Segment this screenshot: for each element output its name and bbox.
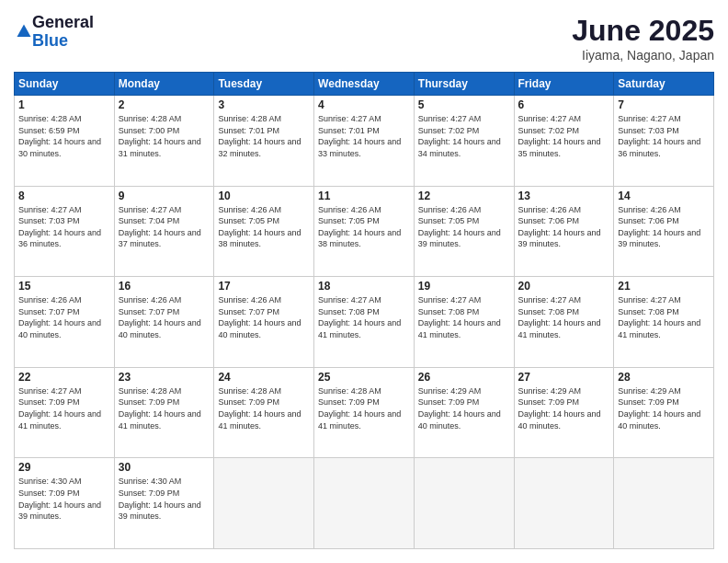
table-row: 4Sunrise: 4:27 AMSunset: 7:01 PMDaylight… xyxy=(314,96,415,187)
cell-text: Sunrise: 4:26 AMSunset: 7:07 PMDaylight:… xyxy=(119,295,201,339)
calendar-row: 22Sunrise: 4:27 AMSunset: 7:09 PMDayligh… xyxy=(15,367,714,458)
day-number: 9 xyxy=(119,190,210,202)
cell-text: Sunrise: 4:27 AMSunset: 7:02 PMDaylight:… xyxy=(418,114,501,158)
day-number: 21 xyxy=(618,280,710,293)
calendar-row: 1Sunrise: 4:28 AMSunset: 6:59 PMDaylight… xyxy=(15,96,714,187)
day-number: 20 xyxy=(518,280,610,293)
day-number: 15 xyxy=(18,280,110,293)
table-row: 27Sunrise: 4:29 AMSunset: 7:09 PMDayligh… xyxy=(514,367,614,458)
cell-text: Sunrise: 4:28 AMSunset: 7:00 PMDaylight:… xyxy=(119,114,201,158)
cell-text: Sunrise: 4:26 AMSunset: 7:07 PMDaylight:… xyxy=(218,295,301,339)
table-row: 26Sunrise: 4:29 AMSunset: 7:09 PMDayligh… xyxy=(414,367,514,458)
day-number: 16 xyxy=(119,280,210,293)
cell-text: Sunrise: 4:28 AMSunset: 7:09 PMDaylight:… xyxy=(318,386,401,431)
day-number: 23 xyxy=(119,371,210,384)
table-row: 24Sunrise: 4:28 AMSunset: 7:09 PMDayligh… xyxy=(214,367,314,458)
day-number: 17 xyxy=(218,280,310,293)
table-row: 6Sunrise: 4:27 AMSunset: 7:02 PMDaylight… xyxy=(514,96,614,187)
table-row: 15Sunrise: 4:26 AMSunset: 7:07 PMDayligh… xyxy=(15,277,115,368)
cell-text: Sunrise: 4:29 AMSunset: 7:09 PMDaylight:… xyxy=(618,386,700,431)
cell-text: Sunrise: 4:26 AMSunset: 7:06 PMDaylight:… xyxy=(618,205,700,249)
day-number: 29 xyxy=(18,461,110,474)
table-row: 21Sunrise: 4:27 AMSunset: 7:08 PMDayligh… xyxy=(614,277,714,368)
col-thursday: Thursday xyxy=(414,73,514,96)
day-number: 2 xyxy=(119,98,210,111)
table-row: 1Sunrise: 4:28 AMSunset: 6:59 PMDaylight… xyxy=(15,96,115,187)
table-row: 14Sunrise: 4:26 AMSunset: 7:06 PMDayligh… xyxy=(614,186,714,277)
day-number: 8 xyxy=(18,190,110,202)
cell-text: Sunrise: 4:29 AMSunset: 7:09 PMDaylight:… xyxy=(518,386,601,431)
header: General Blue June 2025 Iiyama, Nagano, J… xyxy=(14,14,714,63)
cell-text: Sunrise: 4:30 AMSunset: 7:09 PMDaylight:… xyxy=(18,477,101,521)
cell-text: Sunrise: 4:28 AMSunset: 7:01 PMDaylight:… xyxy=(218,114,301,158)
month-title: June 2025 xyxy=(572,14,714,48)
title-block: June 2025 Iiyama, Nagano, Japan xyxy=(572,14,714,63)
cell-text: Sunrise: 4:27 AMSunset: 7:08 PMDaylight:… xyxy=(618,295,700,339)
header-row: Sunday Monday Tuesday Wednesday Thursday… xyxy=(15,73,714,96)
cell-text: Sunrise: 4:28 AMSunset: 7:09 PMDaylight:… xyxy=(119,386,201,431)
day-number: 10 xyxy=(218,190,310,202)
cell-text: Sunrise: 4:26 AMSunset: 7:05 PMDaylight:… xyxy=(218,205,301,249)
day-number: 13 xyxy=(518,190,610,202)
table-row: 8Sunrise: 4:27 AMSunset: 7:03 PMDaylight… xyxy=(15,186,115,277)
page: General Blue June 2025 Iiyama, Nagano, J… xyxy=(0,0,728,563)
cell-text: Sunrise: 4:28 AMSunset: 7:09 PMDaylight:… xyxy=(218,386,301,431)
svg-marker-0 xyxy=(17,24,31,37)
cell-text: Sunrise: 4:26 AMSunset: 7:07 PMDaylight:… xyxy=(18,295,101,339)
day-number: 1 xyxy=(18,98,110,111)
cell-text: Sunrise: 4:28 AMSunset: 6:59 PMDaylight:… xyxy=(18,114,101,158)
table-row: 10Sunrise: 4:26 AMSunset: 7:05 PMDayligh… xyxy=(214,186,314,277)
cell-text: Sunrise: 4:27 AMSunset: 7:09 PMDaylight:… xyxy=(18,386,101,431)
table-row: 16Sunrise: 4:26 AMSunset: 7:07 PMDayligh… xyxy=(114,277,214,368)
table-row xyxy=(314,458,415,549)
table-row: 22Sunrise: 4:27 AMSunset: 7:09 PMDayligh… xyxy=(15,367,115,458)
day-number: 7 xyxy=(618,98,710,111)
calendar-table: Sunday Monday Tuesday Wednesday Thursday… xyxy=(14,72,714,549)
day-number: 6 xyxy=(518,98,610,111)
day-number: 22 xyxy=(18,371,110,384)
day-number: 18 xyxy=(318,280,410,293)
cell-text: Sunrise: 4:27 AMSunset: 7:08 PMDaylight:… xyxy=(518,295,601,339)
table-row: 11Sunrise: 4:26 AMSunset: 7:05 PMDayligh… xyxy=(314,186,415,277)
table-row: 7Sunrise: 4:27 AMSunset: 7:03 PMDaylight… xyxy=(614,96,714,187)
cell-text: Sunrise: 4:27 AMSunset: 7:08 PMDaylight:… xyxy=(418,295,501,339)
table-row: 2Sunrise: 4:28 AMSunset: 7:00 PMDaylight… xyxy=(114,96,214,187)
day-number: 11 xyxy=(318,190,410,202)
col-saturday: Saturday xyxy=(614,73,714,96)
col-sunday: Sunday xyxy=(15,73,115,96)
col-friday: Friday xyxy=(514,73,614,96)
calendar-row: 29Sunrise: 4:30 AMSunset: 7:09 PMDayligh… xyxy=(15,458,714,549)
table-row: 17Sunrise: 4:26 AMSunset: 7:07 PMDayligh… xyxy=(214,277,314,368)
table-row: 5Sunrise: 4:27 AMSunset: 7:02 PMDaylight… xyxy=(414,96,514,187)
day-number: 27 xyxy=(518,371,610,384)
table-row: 28Sunrise: 4:29 AMSunset: 7:09 PMDayligh… xyxy=(614,367,714,458)
day-number: 12 xyxy=(418,190,510,202)
cell-text: Sunrise: 4:29 AMSunset: 7:09 PMDaylight:… xyxy=(418,386,501,431)
table-row: 29Sunrise: 4:30 AMSunset: 7:09 PMDayligh… xyxy=(15,458,115,549)
day-number: 30 xyxy=(119,461,210,474)
day-number: 26 xyxy=(418,371,510,384)
logo-icon xyxy=(16,23,32,40)
table-row xyxy=(614,458,714,549)
day-number: 25 xyxy=(318,371,410,384)
day-number: 28 xyxy=(618,371,710,384)
calendar-body: 1Sunrise: 4:28 AMSunset: 6:59 PMDaylight… xyxy=(15,96,714,549)
day-number: 19 xyxy=(418,280,510,293)
table-row: 19Sunrise: 4:27 AMSunset: 7:08 PMDayligh… xyxy=(414,277,514,368)
cell-text: Sunrise: 4:26 AMSunset: 7:05 PMDaylight:… xyxy=(418,205,501,249)
table-row: 25Sunrise: 4:28 AMSunset: 7:09 PMDayligh… xyxy=(314,367,415,458)
col-tuesday: Tuesday xyxy=(214,73,314,96)
table-row: 12Sunrise: 4:26 AMSunset: 7:05 PMDayligh… xyxy=(414,186,514,277)
cell-text: Sunrise: 4:27 AMSunset: 7:03 PMDaylight:… xyxy=(618,114,700,158)
day-number: 24 xyxy=(218,371,310,384)
cell-text: Sunrise: 4:27 AMSunset: 7:01 PMDaylight:… xyxy=(318,114,401,158)
cell-text: Sunrise: 4:27 AMSunset: 7:04 PMDaylight:… xyxy=(119,205,201,249)
day-number: 3 xyxy=(218,98,310,111)
cell-text: Sunrise: 4:26 AMSunset: 7:06 PMDaylight:… xyxy=(518,205,601,249)
calendar-row: 15Sunrise: 4:26 AMSunset: 7:07 PMDayligh… xyxy=(15,277,714,368)
table-row: 18Sunrise: 4:27 AMSunset: 7:08 PMDayligh… xyxy=(314,277,415,368)
table-row: 23Sunrise: 4:28 AMSunset: 7:09 PMDayligh… xyxy=(114,367,214,458)
cell-text: Sunrise: 4:26 AMSunset: 7:05 PMDaylight:… xyxy=(318,205,401,249)
logo-general: General xyxy=(32,14,94,32)
calendar-row: 8Sunrise: 4:27 AMSunset: 7:03 PMDaylight… xyxy=(15,186,714,277)
